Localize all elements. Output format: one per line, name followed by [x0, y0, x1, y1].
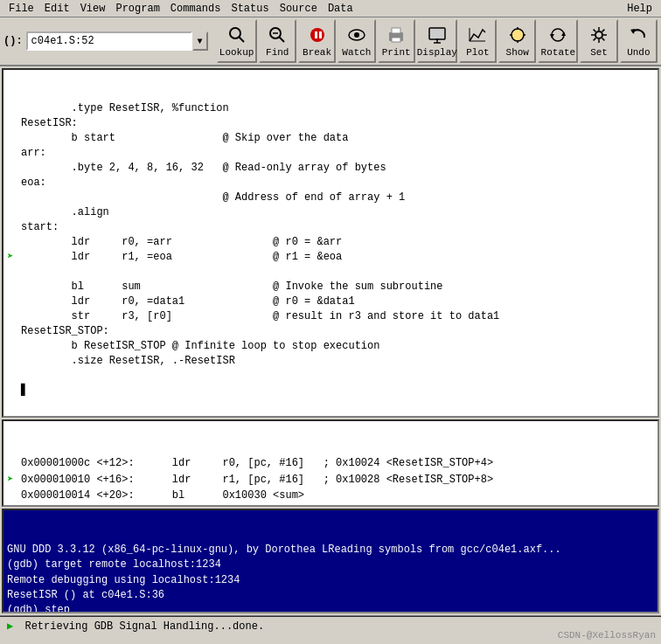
line-text: @ Address of end of array + 1: [21, 190, 654, 205]
source-line: ldr r0, =data1 @ r0 = &data1: [7, 294, 654, 309]
location-input[interactable]: [26, 31, 192, 51]
menu-source[interactable]: Source: [275, 1, 323, 17]
break-label: Break: [303, 47, 331, 58]
line-text: arr:: [21, 146, 654, 161]
source-line: [7, 369, 654, 384]
source-line: [7, 265, 654, 280]
console-content[interactable]: GNU DDD 3.3.12 (x86_64-pc-linux-gnu), by…: [3, 510, 658, 612]
arrow-indicator: [7, 369, 21, 384]
source-line: b start @ Skip over the data: [7, 131, 654, 146]
watch-button[interactable]: Watch: [337, 19, 375, 63]
svg-line-1: [239, 37, 244, 42]
svg-point-19: [511, 29, 524, 41]
assembly-content[interactable]: 0x00001000c <+12>: ldr r0, [pc, #16] ; 0…: [3, 421, 658, 505]
console-panel: GNU DDD 3.3.12 (x86_64-pc-linux-gnu), by…: [2, 509, 659, 613]
undo-label: Undo: [627, 47, 650, 58]
source-line: ▋: [7, 384, 654, 398]
arrow-indicator: [7, 146, 21, 161]
set-button[interactable]: Set: [580, 19, 617, 63]
menu-data[interactable]: Data: [323, 1, 358, 17]
menu-edit[interactable]: Edit: [39, 1, 75, 17]
line-text: ResetISR:: [21, 116, 654, 131]
menu-help[interactable]: Help: [622, 1, 658, 17]
arrow-indicator: [7, 280, 21, 294]
source-line: .align: [7, 205, 654, 220]
console-line: (gdb) target remote localhost:1234: [7, 557, 654, 572]
asm-line-text: 0x000010014 <+20>: bl 0x10030 <sum>: [21, 488, 654, 504]
line-text: .align: [21, 205, 654, 220]
asm-line: 0x000010018 <+24>: ldr r0, [pc, #12] ; 0…: [7, 504, 654, 505]
display-label: Display: [417, 47, 457, 58]
line-text: ResetISR_STOP:: [21, 324, 654, 339]
show-button[interactable]: Show: [498, 19, 536, 63]
source-line: arr:: [7, 146, 654, 161]
display-icon: [427, 24, 448, 45]
asm-arrow-indicator: [7, 455, 21, 472]
set-label: Set: [590, 47, 608, 58]
break-button[interactable]: Break: [298, 19, 336, 63]
print-button[interactable]: Print: [378, 19, 415, 63]
arrow-indicator: [7, 324, 21, 339]
svg-line-3: [279, 37, 284, 42]
show-label: Show: [506, 47, 529, 58]
source-line: ResetISR:: [7, 116, 654, 131]
line-text: .byte 2, 4, 8, 16, 32 @ Read-only array …: [21, 161, 654, 176]
toolbar: (): ▼ Lookup Find Break Watch Print: [0, 17, 661, 66]
location-bar: (): ▼: [3, 31, 208, 51]
arrow-indicator: [7, 265, 21, 280]
display-button[interactable]: Display: [417, 19, 457, 63]
source-line: ➤ ldr r1, =eoa @ r1 = &eoa: [7, 250, 654, 265]
arrow-indicator: [7, 294, 21, 309]
undo-button[interactable]: Undo: [620, 19, 658, 63]
arrow-indicator: ➤: [7, 250, 21, 265]
asm-arrow-indicator: [7, 488, 21, 504]
source-line: @ Address of end of array + 1: [7, 190, 654, 205]
arrow-indicator: [7, 354, 21, 369]
menu-program[interactable]: Program: [110, 1, 164, 17]
arrow-indicator: [7, 190, 21, 205]
console-line: (gdb) step: [7, 603, 654, 612]
line-text: .size ResetISR, .-ResetISR: [21, 354, 654, 369]
source-line: ldr r0, =arr @ r0 = &arr: [7, 235, 654, 250]
svg-point-26: [595, 31, 602, 38]
arrow-indicator: [7, 176, 21, 190]
lookup-icon: [226, 24, 247, 45]
source-line: .byte 2, 4, 8, 16, 32 @ Read-only array …: [7, 161, 654, 176]
lookup-button[interactable]: Lookup: [217, 19, 257, 63]
line-text: ▋: [21, 384, 654, 398]
arrow-indicator: [7, 339, 21, 354]
line-text: bl sum @ Invoke the sum subroutine: [21, 280, 654, 294]
source-panel: .type ResetISR, %function ResetISR: b st…: [2, 68, 659, 418]
plot-button[interactable]: Plot: [459, 19, 497, 63]
asm-arrow-indicator: ➤: [7, 472, 21, 488]
arrow-indicator: [7, 309, 21, 324]
source-line: ResetISR_STOP:: [7, 324, 654, 339]
svg-rect-12: [392, 38, 400, 42]
line-text: start:: [21, 220, 654, 235]
svg-rect-13: [429, 28, 445, 39]
menu-status[interactable]: Status: [226, 1, 274, 17]
svg-rect-7: [319, 31, 322, 38]
find-button[interactable]: Find: [259, 19, 296, 63]
rotate-icon: [547, 24, 568, 45]
console-line: ResetISR () at c04e1.S:36: [7, 588, 654, 603]
location-dropdown-btn[interactable]: ▼: [192, 31, 208, 51]
menu-file[interactable]: File: [3, 1, 39, 17]
find-icon: [267, 24, 288, 45]
line-text: .type ResetISR, %function: [21, 101, 654, 116]
watch-label: Watch: [342, 47, 371, 58]
assembly-panel: 0x00001000c <+12>: ldr r0, [pc, #16] ; 0…: [2, 419, 659, 507]
asm-arrow-indicator: [7, 504, 21, 505]
line-text: b start @ Skip over the data: [21, 131, 654, 146]
print-label: Print: [382, 47, 411, 58]
menu-view[interactable]: View: [75, 1, 111, 17]
source-line: .size ResetISR, .-ResetISR: [7, 354, 654, 369]
console-line: GNU DDD 3.3.12 (x86_64-pc-linux-gnu), by…: [7, 543, 654, 557]
menu-commands[interactable]: Commands: [165, 1, 226, 17]
source-content[interactable]: .type ResetISR, %function ResetISR: b st…: [3, 70, 658, 416]
svg-rect-11: [392, 28, 400, 33]
line-text: b ResetISR_STOP @ Infinite loop to stop …: [21, 339, 654, 354]
asm-line-text: 0x000010010 <+16>: ldr r1, [pc, #16] ; 0…: [21, 472, 654, 488]
rotate-button[interactable]: Rotate: [538, 19, 578, 63]
arrow-indicator: [7, 161, 21, 176]
